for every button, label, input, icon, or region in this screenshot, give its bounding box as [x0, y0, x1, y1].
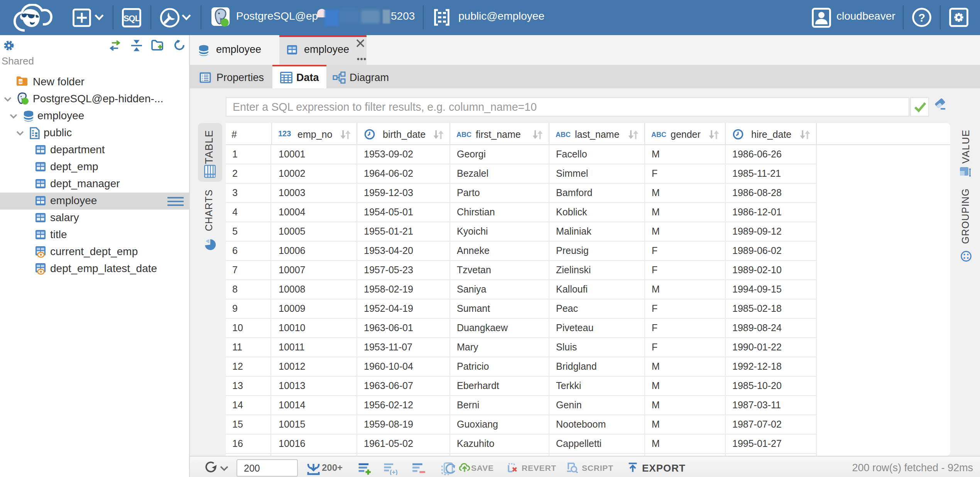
svg-text:(+): (+) — [390, 469, 398, 475]
svg-text:?: ? — [918, 12, 925, 24]
svg-text:SQL: SQL — [123, 14, 140, 23]
